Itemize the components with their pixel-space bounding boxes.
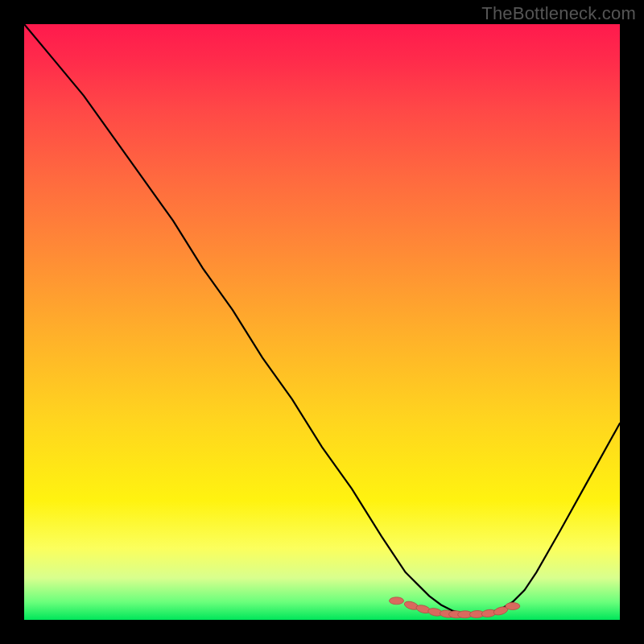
bottleneck-curve — [24, 24, 620, 614]
optimal-band-markers — [390, 597, 520, 618]
plot-area — [24, 24, 620, 620]
curve-layer — [24, 24, 620, 620]
watermark-text: TheBottleneck.com — [481, 3, 636, 24]
chart-frame: TheBottleneck.com — [0, 0, 644, 644]
marker-dot — [390, 597, 404, 605]
marker-dot — [506, 603, 520, 610]
